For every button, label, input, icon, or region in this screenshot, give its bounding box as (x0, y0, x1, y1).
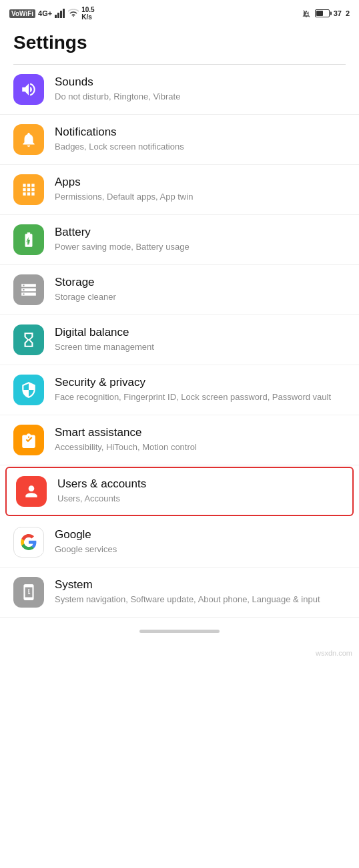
digital-balance-text: Digital balance Screen time management (55, 326, 346, 353)
system-text: System System navigation, Software updat… (55, 578, 346, 606)
settings-item-google[interactable]: Google Google services (0, 517, 359, 568)
sounds-subtitle: Do not disturb, Ringtone, Vibrate (55, 91, 346, 103)
google-title: Google (55, 528, 346, 541)
settings-item-system[interactable]: System System navigation, Software updat… (0, 568, 359, 618)
battery-fill (316, 11, 324, 16)
storage-text: Storage Storage cleaner (55, 276, 346, 303)
person-icon (23, 483, 40, 500)
digital-balance-subtitle: Screen time management (55, 341, 346, 353)
google-icon (20, 533, 37, 551)
google-subtitle: Google services (55, 544, 346, 556)
storage-icon-wrapper (13, 274, 44, 305)
system-title: System (55, 578, 346, 592)
battery-text: Battery Power saving mode, Battery usage (55, 226, 346, 253)
sounds-icon-wrapper (13, 74, 44, 105)
smart-assistance-icon-wrapper (13, 425, 44, 455)
notifications-title: Notifications (55, 126, 346, 139)
bell-muted-icon (302, 8, 311, 19)
svg-rect-0 (55, 15, 57, 18)
battery-settings-icon-wrapper (13, 224, 44, 255)
storage-icon (20, 281, 37, 298)
watermark: wsxdn.com (316, 649, 352, 657)
notifications-subtitle: Badges, Lock screen notifications (55, 141, 346, 153)
settings-item-smart-assistance[interactable]: Smart assistance Accessibility, HiTouch,… (0, 415, 359, 465)
apps-title: Apps (55, 176, 346, 189)
battery-subtitle: Power saving mode, Battery usage (55, 241, 346, 253)
system-icon-wrapper (13, 577, 44, 608)
security-text: Security & privacy Face recognition, Fin… (55, 376, 346, 403)
storage-subtitle: Storage cleaner (55, 291, 346, 303)
settings-item-battery[interactable]: Battery Power saving mode, Battery usage (0, 215, 359, 265)
battery-settings-icon (20, 231, 37, 248)
settings-item-security[interactable]: Security & privacy Face recognition, Fin… (0, 365, 359, 415)
svg-rect-3 (63, 9, 65, 18)
battery-percent: 37 (334, 9, 342, 17)
battery-title: Battery (55, 226, 346, 239)
storage-title: Storage (55, 276, 346, 289)
status-left: VoWiFi 4G+ 10.5K/s (9, 6, 95, 21)
sounds-text: Sounds Do not disturb, Ringtone, Vibrate (55, 75, 346, 103)
apps-text: Apps Permissions, Default apps, App twin (55, 176, 346, 203)
smart-assistance-text: Smart assistance Accessibility, HiTouch,… (55, 426, 346, 453)
system-subtitle: System navigation, Software update, Abou… (55, 594, 346, 606)
page-title: Settings (0, 25, 359, 64)
google-icon-wrapper (13, 527, 44, 558)
notifications-icon (20, 131, 37, 148)
apps-subtitle: Permissions, Default apps, App twin (55, 191, 346, 203)
users-accounts-text: Users & accounts Users, Accounts (57, 477, 343, 505)
bottom-bar (0, 618, 359, 646)
sounds-icon (20, 81, 37, 98)
digital-balance-title: Digital balance (55, 326, 346, 339)
apps-icon-wrapper (13, 174, 44, 205)
hourglass-icon (20, 331, 37, 349)
vowifi-label: VoWiFi (9, 9, 35, 18)
settings-item-sounds[interactable]: Sounds Do not disturb, Ringtone, Vibrate (0, 65, 359, 115)
users-accounts-title: Users & accounts (57, 477, 343, 491)
google-text: Google Google services (55, 528, 346, 556)
svg-rect-1 (57, 13, 59, 18)
apps-icon (20, 181, 37, 198)
security-icon-wrapper (13, 375, 44, 405)
wifi-icon (68, 9, 79, 18)
settings-item-apps[interactable]: Apps Permissions, Default apps, App twin (0, 165, 359, 215)
battery-icon (315, 9, 330, 17)
users-accounts-icon-wrapper (16, 476, 47, 507)
hand-icon (20, 431, 37, 449)
network-type: 4G+ (38, 9, 52, 17)
security-title: Security & privacy (55, 376, 346, 389)
notifications-text: Notifications Badges, Lock screen notifi… (55, 126, 346, 153)
smart-assistance-subtitle: Accessibility, HiTouch, Motion control (55, 441, 346, 453)
sounds-title: Sounds (55, 75, 346, 89)
home-indicator[interactable] (139, 630, 220, 633)
signal-icon (55, 9, 65, 18)
settings-item-notifications[interactable]: Notifications Badges, Lock screen notifi… (0, 115, 359, 165)
security-subtitle: Face recognition, Fingerprint ID, Lock s… (55, 391, 346, 403)
sim-number: 2 (346, 9, 350, 17)
notifications-icon-wrapper (13, 124, 44, 155)
phone-info-icon (20, 584, 37, 601)
status-bar: VoWiFi 4G+ 10.5K/s 37 2 (0, 0, 359, 25)
settings-item-storage[interactable]: Storage Storage cleaner (0, 265, 359, 315)
settings-item-users-accounts[interactable]: Users & accounts Users, Accounts (5, 467, 354, 516)
settings-item-digital-balance[interactable]: Digital balance Screen time management (0, 315, 359, 365)
speed-label: 10.5K/s (81, 6, 94, 21)
settings-list: Sounds Do not disturb, Ringtone, Vibrate… (0, 65, 359, 618)
digital-balance-icon-wrapper (13, 324, 44, 355)
users-accounts-subtitle: Users, Accounts (57, 493, 343, 505)
svg-rect-2 (60, 11, 62, 18)
smart-assistance-title: Smart assistance (55, 426, 346, 439)
status-right: 37 2 (302, 8, 350, 19)
shield-icon (20, 381, 37, 399)
